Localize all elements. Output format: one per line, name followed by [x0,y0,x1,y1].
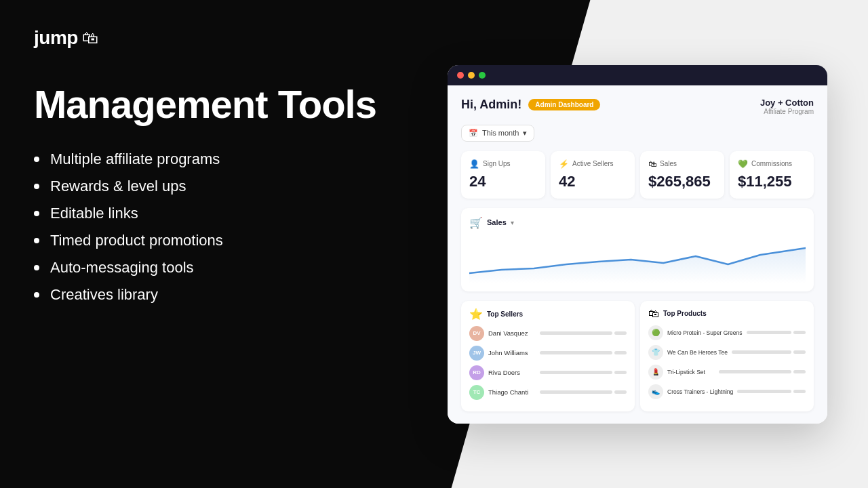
brand-name: jump [34,27,78,49]
bar-short [614,331,627,335]
features-list: Multiple affiliate programsRewards & lev… [34,150,387,304]
stat-value: 24 [469,173,537,190]
top-sellers-header: ⭐ Top Sellers [469,308,627,321]
tables-row: ⭐ Top Sellers DV Dani Vasquez JW John Wi… [461,301,814,411]
window-chrome [448,65,827,85]
greeting-group: Hi, Admin! Admin Dashboard [461,98,600,112]
seller-bars [540,390,627,394]
stat-icon: ⚡ [559,159,569,169]
stat-label-row: 👤 Sign Ups [469,159,537,169]
stats-grid: 👤 Sign Ups 24 ⚡ Active Sellers 42 🛍 Sale… [461,151,814,199]
stat-icon: 💚 [738,159,748,169]
avatar: RD [469,365,484,380]
seller-row: TC Thiago Chanti [469,385,627,400]
chart-title: Sales [487,218,507,226]
bar-long [747,331,791,334]
window-dot-green [479,72,486,79]
greeting-text: Hi, Admin! [461,98,521,112]
company-info: Joy + Cotton Affiliate Program [760,98,814,115]
avatar: DV [469,326,484,341]
right-panel: Hi, Admin! Admin Dashboard Joy + Cotton … [420,0,868,488]
product-name: Cross Trainers - Lightning [667,388,733,395]
seller-bars [540,351,627,354]
product-row: 👟 Cross Trainers - Lightning [648,384,806,399]
avatar: TC [469,385,484,400]
date-filter[interactable]: 📅 This month ▾ [461,125,534,142]
stat-icon: 👤 [469,159,479,169]
star-icon: ⭐ [469,308,483,321]
stat-card: ⚡ Active Sellers 42 [551,151,635,199]
product-bars [719,370,806,373]
product-name: Micro Protein - Super Greens [667,329,743,336]
bar-short [793,390,806,393]
logo-icon: 🛍 [82,28,98,47]
bullet-icon [34,184,39,189]
bullet-icon [34,265,39,270]
bar-long [540,351,612,354]
dashboard-window: Hi, Admin! Admin Dashboard Joy + Cotton … [448,65,827,424]
product-row: 💄 Tri-Lipstick Set [648,365,806,380]
feature-item: Timed product promotions [34,232,387,249]
calendar-icon: 📅 [469,129,478,138]
stat-label-row: ⚡ Active Sellers [559,159,627,169]
bar-long [719,370,791,373]
dash-header: Hi, Admin! Admin Dashboard Joy + Cotton … [461,98,814,115]
seller-name: Riva Doers [488,369,536,376]
bar-long [540,390,612,394]
feature-item: Multiple affiliate programs [34,150,387,168]
stat-value: $11,255 [738,173,806,190]
top-products-title: Top Products [663,310,707,317]
window-dot-yellow [468,72,475,79]
top-sellers-title: Top Sellers [487,310,523,318]
bar-short [793,331,806,334]
product-row: 🟢 Micro Protein - Super Greens [648,325,806,340]
product-bars [732,350,806,354]
product-icon: 💄 [648,365,663,380]
bar-short [793,350,806,354]
bar-short [793,370,806,373]
feature-item: Editable links [34,205,387,222]
stat-label: Commissions [751,160,792,167]
feature-item: Rewards & level ups [34,178,387,195]
product-row: 👕 We Can Be Heroes Tee [648,345,806,360]
stat-card: 👤 Sign Ups 24 [461,151,545,199]
chart-svg [469,236,806,283]
product-icon: 👕 [648,345,663,360]
stat-label-row: 🛍 Sales [648,159,716,169]
bullet-icon [34,211,39,216]
feature-item: Creatives library [34,286,387,304]
company-sub: Affiliate Program [760,108,814,115]
seller-name: Dani Vasquez [488,329,536,337]
stat-label: Sign Ups [483,160,511,167]
stat-label: Sales [660,160,677,167]
company-name: Joy + Cotton [760,98,814,108]
products-list: 🟢 Micro Protein - Super Greens 👕 We Can … [648,325,806,399]
product-name: Tri-Lipstick Set [667,369,715,375]
window-dot-red [457,72,464,79]
product-name: We Can Be Heroes Tee [667,349,728,356]
chart-dropdown[interactable]: ▾ [511,219,514,226]
product-icon: 👟 [648,384,663,399]
bar-short [614,371,627,374]
bullet-icon [34,157,39,162]
chart-header: 🛒 Sales ▾ [469,216,806,229]
stat-card: 🛍 Sales $265,865 [640,151,724,199]
bar-long [732,350,791,354]
top-products-header: 🛍 Top Products [648,308,806,320]
bag-icon: 🛍 [648,308,659,320]
seller-name: Thiago Chanti [488,388,536,396]
stat-label: Active Sellers [572,160,614,167]
product-icon: 🟢 [648,325,663,340]
stat-card: 💚 Commissions $11,255 [730,151,814,199]
feature-item: Auto-messaging tools [34,259,387,277]
chart-icon: 🛒 [469,216,483,229]
sellers-list: DV Dani Vasquez JW John Williams RD Riva… [469,326,627,400]
chevron-down-icon: ▾ [523,129,527,138]
bar-long [540,371,612,374]
avatar: JW [469,346,484,361]
stat-icon: 🛍 [648,159,656,169]
seller-row: DV Dani Vasquez [469,326,627,341]
top-products-card: 🛍 Top Products 🟢 Micro Protein - Super G… [640,301,814,411]
seller-row: JW John Williams [469,346,627,361]
bar-short [614,390,627,394]
